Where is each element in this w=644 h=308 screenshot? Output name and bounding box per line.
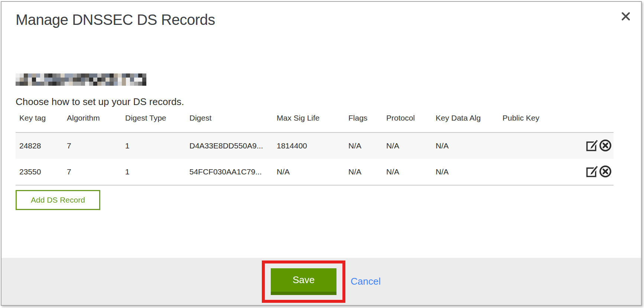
cell-digest-type: 1 xyxy=(121,132,186,159)
cell-flags: N/A xyxy=(345,132,383,159)
cell-algorithm: 7 xyxy=(63,132,121,159)
table-row: 23550 7 1 54FCF030AA1C79... N/A N/A N/A … xyxy=(16,159,614,185)
dialog-footer: Save Cancel xyxy=(1,258,641,305)
row-actions xyxy=(575,132,614,159)
cell-key-tag: 24828 xyxy=(16,132,63,159)
ds-records-table: Key tag Algorithm Digest Type Digest Max… xyxy=(16,113,614,186)
col-header-max-sig-life: Max Sig Life xyxy=(273,113,345,132)
cell-key-data-alg: N/A xyxy=(432,159,499,185)
cell-max-sig-life: 1814400 xyxy=(273,132,345,159)
edit-icon[interactable] xyxy=(585,139,599,153)
cell-public-key xyxy=(499,132,575,159)
cell-protocol: N/A xyxy=(383,132,432,159)
col-header-protocol: Protocol xyxy=(383,113,432,132)
close-x-glyph xyxy=(621,12,631,21)
cancel-link[interactable]: Cancel xyxy=(351,276,381,287)
cell-digest: 54FCF030AA1C79... xyxy=(186,159,273,185)
redacted-domain xyxy=(16,73,146,86)
table-header-row: Key tag Algorithm Digest Type Digest Max… xyxy=(16,113,614,132)
col-header-actions xyxy=(575,113,614,132)
col-header-flags: Flags xyxy=(345,113,383,132)
table-row: 24828 7 1 D4A33E8DD550A9... 1814400 N/A … xyxy=(16,132,614,159)
cell-flags: N/A xyxy=(345,159,383,185)
cell-digest: D4A33E8DD550A9... xyxy=(186,132,273,159)
col-header-algorithm: Algorithm xyxy=(63,113,121,132)
col-header-digest: Digest xyxy=(186,113,273,132)
instruction-text: Choose how to set up your DS records. xyxy=(16,96,627,108)
cell-algorithm: 7 xyxy=(63,159,121,185)
close-icon[interactable] xyxy=(619,10,632,23)
cell-key-data-alg: N/A xyxy=(432,132,499,159)
row-actions xyxy=(575,159,614,185)
remove-icon[interactable] xyxy=(599,139,612,153)
col-header-key-data-alg: Key Data Alg xyxy=(432,113,499,132)
col-header-key-tag: Key tag xyxy=(16,113,63,132)
red-annotation-box: Save xyxy=(262,261,345,303)
add-ds-record-button[interactable]: Add DS Record xyxy=(16,190,100,210)
manage-dnssec-dialog: Manage DNSSEC DS Records Choose how to s… xyxy=(1,1,642,306)
col-header-digest-type: Digest Type xyxy=(121,113,186,132)
cell-protocol: N/A xyxy=(383,159,432,185)
remove-icon[interactable] xyxy=(599,165,612,179)
page-title: Manage DNSSEC DS Records xyxy=(16,12,627,28)
col-header-public-key: Public Key xyxy=(499,113,575,132)
save-button[interactable]: Save xyxy=(271,268,336,295)
cell-digest-type: 1 xyxy=(121,159,186,185)
cell-max-sig-life: N/A xyxy=(273,159,345,185)
edit-icon[interactable] xyxy=(585,165,599,179)
cell-public-key xyxy=(499,159,575,185)
cell-key-tag: 23550 xyxy=(16,159,63,185)
